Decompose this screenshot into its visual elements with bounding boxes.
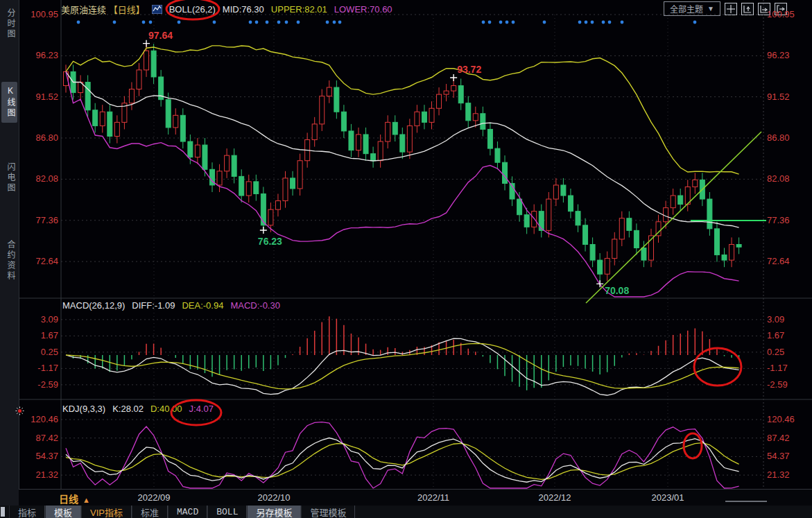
chart-header: 美原油连续 【日线】 BOLL(26,2) MID:76.30 UPPER:82… bbox=[61, 3, 392, 15]
kdj-j-value: J:4.07 bbox=[189, 404, 214, 414]
x-axis-label: 2022/10 bbox=[258, 492, 291, 503]
x-axis-label: 2022/12 bbox=[539, 492, 571, 503]
y-axis-label: 120.46 bbox=[22, 414, 58, 424]
period-selector[interactable]: 日线▲ bbox=[59, 492, 90, 506]
indicator-settings-icon[interactable] bbox=[15, 406, 24, 418]
y-axis-label: -1.17 bbox=[22, 363, 58, 373]
y-axis-label: 96.23 bbox=[767, 50, 790, 60]
bottom-tab-bar: 指标模板VIP指标标准MACDBOLL另存模板管理模板 bbox=[0, 506, 812, 518]
sidebar-item-contract-info[interactable]: 合约资料 bbox=[1, 236, 17, 286]
y-axis-label: 77.36 bbox=[22, 215, 58, 225]
y-axis-label: 54.37 bbox=[22, 451, 58, 461]
theme-dropdown-label: 全部主题 bbox=[670, 3, 703, 15]
macd-macd-value: MACD:-0.30 bbox=[230, 300, 280, 311]
x-axis-label: 2022/09 bbox=[138, 492, 171, 503]
y-axis-label: 1.67 bbox=[767, 330, 784, 340]
boll-indicator-label[interactable]: BOLL(26,2) bbox=[169, 4, 216, 15]
y-axis-label: 3.09 bbox=[767, 314, 784, 325]
triangle-up-icon: ▲ bbox=[83, 496, 90, 504]
y-axis-label: 21.32 bbox=[767, 469, 790, 480]
footer-tab-模板[interactable]: 模板 bbox=[45, 506, 81, 518]
y-axis-label: 96.23 bbox=[22, 50, 58, 60]
y-axis-label: 0.25 bbox=[767, 347, 784, 357]
y-axis-label: 54.37 bbox=[767, 451, 790, 461]
y-axis-label: 82.08 bbox=[22, 173, 58, 184]
y-axis-label: 91.52 bbox=[22, 92, 58, 102]
y-axis-label: -2.59 bbox=[22, 379, 58, 390]
y-axis-label: 72.64 bbox=[767, 256, 790, 266]
chart-plot-area[interactable] bbox=[61, 15, 763, 489]
y-axis-label: 100.95 bbox=[767, 9, 795, 19]
sidebar-item-kline-chart[interactable]: K线图 bbox=[1, 82, 17, 123]
footer-tab-BOLL[interactable]: BOLL bbox=[207, 506, 247, 518]
kdj-k-value: K:28.02 bbox=[112, 404, 144, 414]
boll-upper-value: UPPER:82.01 bbox=[271, 4, 327, 15]
y-axis-label: 0.25 bbox=[22, 347, 58, 357]
y-axis-label: 91.52 bbox=[767, 92, 790, 102]
x-axis-strip: 日线▲ 2022/092022/102022/112022/122023/01 bbox=[19, 489, 812, 506]
macd-panel-header: MACD(26,12,9) DIFF:-1.09 DEA:-0.94 MACD:… bbox=[62, 300, 280, 311]
footer-tab-MACD[interactable]: MACD bbox=[168, 506, 207, 518]
footer-tab-另存模板[interactable]: 另存模板 bbox=[247, 506, 301, 518]
boll-lower-value: LOWER:70.60 bbox=[334, 4, 392, 15]
y-axis-label: 87.42 bbox=[767, 433, 790, 443]
y-axis-label: 86.80 bbox=[767, 132, 790, 143]
sidebar-item-time-chart[interactable]: 分时图 bbox=[1, 4, 17, 44]
instrument-title: 美原油连续 bbox=[61, 5, 106, 15]
y-axis-label: -2.59 bbox=[767, 379, 788, 390]
footer-tab-管理模板[interactable]: 管理模板 bbox=[301, 506, 355, 518]
y-axis-label: 3.09 bbox=[22, 314, 58, 325]
crosshair-icon[interactable] bbox=[725, 3, 737, 15]
period-selector-label: 日线 bbox=[59, 494, 78, 505]
footer-tab-VIP指标[interactable]: VIP指标 bbox=[81, 506, 132, 518]
y-axis-label: -1.17 bbox=[767, 363, 788, 373]
footer-tab-标准[interactable]: 标准 bbox=[132, 506, 168, 518]
kdj-d-value: D:40.00 bbox=[150, 404, 182, 414]
app-window: 分时图 K线图 闪电图 合约资料 美原油连续 【日线】 BOLL(26,2) M… bbox=[0, 0, 812, 518]
footer-tab-指标[interactable]: 指标 bbox=[9, 506, 45, 518]
chevron-down-icon: ▼ bbox=[707, 5, 714, 12]
kdj-panel-header: KDJ(9,3,3) K:28.02 D:40.00 J:4.07 bbox=[62, 404, 214, 414]
y-axis-label: 82.08 bbox=[767, 173, 790, 184]
y-axis-label: 21.32 bbox=[22, 469, 58, 480]
period-badge: 【日线】 bbox=[109, 5, 145, 15]
x-axis-label: 2023/01 bbox=[652, 492, 684, 503]
x-axis-label: 2022/11 bbox=[417, 492, 449, 503]
y-axis-label: 77.36 bbox=[767, 215, 790, 225]
y-axis-label: 87.42 bbox=[22, 433, 58, 443]
y-axis-label: 100.95 bbox=[22, 9, 58, 19]
sidebar-item-flash-chart[interactable]: 闪电图 bbox=[1, 158, 17, 198]
boll-mid-value: MID:76.30 bbox=[223, 4, 264, 15]
tab-scroll-handle[interactable] bbox=[1, 507, 5, 517]
theme-dropdown[interactable]: 全部主题 ▼ bbox=[664, 1, 720, 16]
y-axis-label: 86.80 bbox=[22, 132, 58, 143]
h-scrollbar[interactable] bbox=[725, 501, 767, 502]
y-axis-label: 72.64 bbox=[22, 256, 58, 266]
y-axis-label: 120.46 bbox=[767, 414, 795, 424]
indicator-chart-icon bbox=[152, 5, 162, 14]
macd-diff-value: DIFF:-1.09 bbox=[132, 300, 175, 311]
macd-params-label[interactable]: MACD(26,12,9) bbox=[62, 300, 125, 311]
chart-type-sidebar: 分时图 K线图 闪电图 合约资料 bbox=[0, 0, 19, 518]
macd-dea-value: DEA:-0.94 bbox=[182, 300, 223, 311]
zoom-axis-up-icon[interactable] bbox=[741, 3, 754, 15]
kdj-params-label[interactable]: KDJ(9,3,3) bbox=[62, 404, 105, 414]
y-axis-label: 1.67 bbox=[22, 330, 58, 340]
